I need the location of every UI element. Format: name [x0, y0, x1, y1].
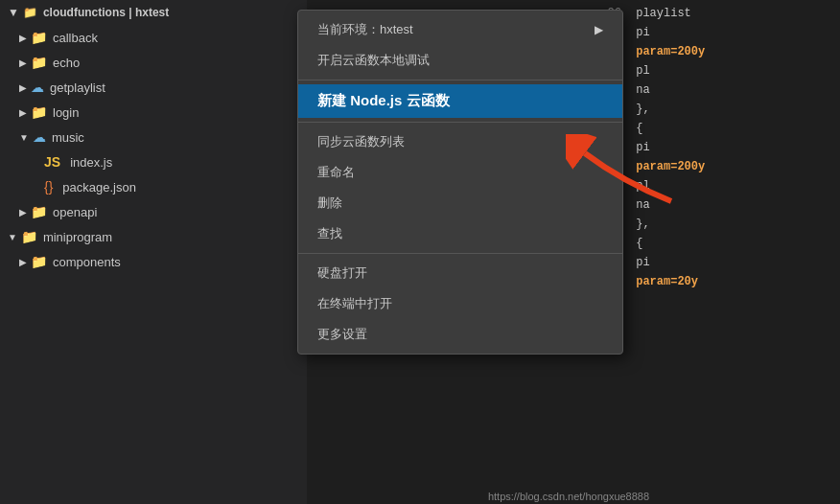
sidebar-label-miniprogram: miniprogram [43, 230, 112, 244]
menu-label-find: 查找 [317, 225, 342, 242]
code-line-15: param=20y [602, 272, 832, 291]
sidebar-item-openapi[interactable]: ▶ 📁 openapi [0, 199, 307, 224]
item-arrow-components: ▶ [19, 257, 27, 267]
sidebar: ▼ 📁 cloudfunctions | hxtest ▶ 📁 callback… [0, 0, 307, 504]
sidebar-item-music[interactable]: ▼ ☁ music [0, 125, 307, 149]
code-line-4: pl [602, 61, 832, 80]
menu-item-local-debug[interactable]: 开启云函数本地调试 [298, 45, 622, 76]
cloud-icon-music: ☁ [33, 129, 46, 145]
sidebar-item-callback[interactable]: ▶ 📁 callback [0, 25, 307, 50]
js-icon-indexjs: JS [44, 154, 60, 170]
sidebar-header: ▼ 📁 cloudfunctions | hxtest [0, 0, 307, 25]
code-content-13: { [636, 237, 642, 250]
menu-label-more-settings: 更多设置 [317, 326, 367, 343]
code-content-15: param=20y [636, 275, 698, 288]
menu-item-open-terminal[interactable]: 在终端中打开 [298, 288, 622, 319]
code-content-6: }, [636, 103, 649, 116]
folder-icon-openapi: 📁 [31, 204, 47, 219]
item-arrow-callback: ▶ [19, 33, 27, 43]
menu-divider-1 [298, 80, 622, 80]
root-folder-icon: 📁 [23, 6, 37, 19]
item-arrow-getplaylist: ▶ [19, 82, 27, 93]
item-arrow-miniprogram: ▼ [8, 232, 17, 242]
menu-label-current-env: 当前环境：hxtest [317, 21, 413, 38]
sidebar-label-login: login [53, 105, 79, 120]
code-line-2: pi [602, 23, 832, 42]
sidebar-item-indexjs[interactable]: JS index.js [0, 149, 307, 174]
folder-icon-echo: 📁 [31, 55, 47, 70]
menu-arrow-current-env: ▶ [595, 23, 603, 36]
sidebar-label-callback: callback [53, 31, 98, 45]
code-content-1: playlist [636, 7, 691, 20]
code-line-14: pi [602, 253, 832, 272]
item-arrow-music: ▼ [19, 132, 29, 143]
menu-divider-2 [298, 122, 622, 123]
sidebar-label-getplaylist: getplaylist [50, 80, 105, 95]
folder-icon-miniprogram: 📁 [21, 229, 37, 244]
menu-label-new-nodejs: 新建 Node.js 云函数 [317, 92, 450, 110]
menu-label-sync-list: 同步云函数列表 [317, 133, 405, 150]
json-icon-packagejson: {} [44, 179, 53, 195]
item-arrow-openapi: ▶ [19, 207, 27, 218]
menu-label-open-terminal: 在终端中打开 [317, 295, 392, 312]
sidebar-title: cloudfunctions | hxtest [43, 6, 169, 19]
menu-divider-3 [298, 253, 622, 254]
watermark-text: https://blog.csdn.net/hongxue8888 [488, 491, 649, 502]
code-area: 26 playlist pi param=200y pl na }, { pi … [595, 0, 840, 504]
item-arrow-login: ▶ [19, 107, 27, 118]
sidebar-item-components[interactable]: ▶ 📁 components [0, 249, 307, 274]
code-content-3: param=200y [636, 45, 705, 58]
code-line-12: }, [602, 215, 832, 234]
sidebar-item-packagejson[interactable]: {} package.json [0, 174, 307, 199]
menu-item-open-disk[interactable]: 硬盘打开 [298, 258, 622, 288]
menu-label-open-disk: 硬盘打开 [317, 264, 367, 282]
arrow-annotation [566, 134, 681, 215]
sidebar-item-login[interactable]: ▶ 📁 login [0, 100, 307, 125]
item-arrow-echo: ▶ [19, 57, 27, 68]
menu-label-local-debug: 开启云函数本地调试 [317, 52, 430, 69]
sidebar-label-packagejson: package.json [62, 180, 136, 195]
menu-item-current-env[interactable]: 当前环境：hxtest ▶ [298, 14, 622, 45]
code-content-2: pi [636, 26, 649, 39]
cloud-icon-getplaylist: ☁ [31, 80, 44, 95]
code-content-7: { [636, 122, 642, 135]
code-line-6: }, [602, 100, 832, 119]
folder-icon-login: 📁 [31, 104, 47, 120]
menu-label-delete: 删除 [317, 195, 342, 212]
menu-label-rename: 重命名 [317, 164, 355, 181]
code-content-12: }, [636, 218, 649, 231]
sidebar-label-components: components [53, 255, 121, 269]
sidebar-label-indexjs: index.js [70, 155, 112, 170]
menu-item-new-nodejs[interactable]: 新建 Node.js 云函数 [298, 84, 622, 118]
folder-icon-components: 📁 [31, 254, 47, 269]
folder-icon-callback: 📁 [31, 30, 47, 45]
sidebar-label-openapi: openapi [53, 205, 97, 219]
sidebar-label-echo: echo [53, 56, 80, 70]
code-content-4: pl [636, 64, 649, 78]
code-line-3: param=200y [602, 42, 832, 61]
sidebar-label-music: music [52, 130, 84, 145]
sidebar-item-echo[interactable]: ▶ 📁 echo [0, 50, 307, 75]
code-line-5: na [602, 80, 832, 100]
sidebar-item-getplaylist[interactable]: ▶ ☁ getplaylist [0, 75, 307, 100]
code-content-5: na [636, 83, 649, 97]
watermark: https://blog.csdn.net/hongxue8888 [297, 491, 840, 502]
code-line-13: { [602, 234, 832, 253]
collapse-arrow[interactable]: ▼ [8, 6, 19, 19]
code-content-14: pi [636, 256, 649, 269]
menu-item-find[interactable]: 查找 [298, 218, 622, 249]
menu-item-more-settings[interactable]: 更多设置 [298, 319, 622, 350]
sidebar-item-miniprogram[interactable]: ▼ 📁 miniprogram [0, 224, 307, 249]
code-line-1: 26 playlist [602, 4, 832, 23]
